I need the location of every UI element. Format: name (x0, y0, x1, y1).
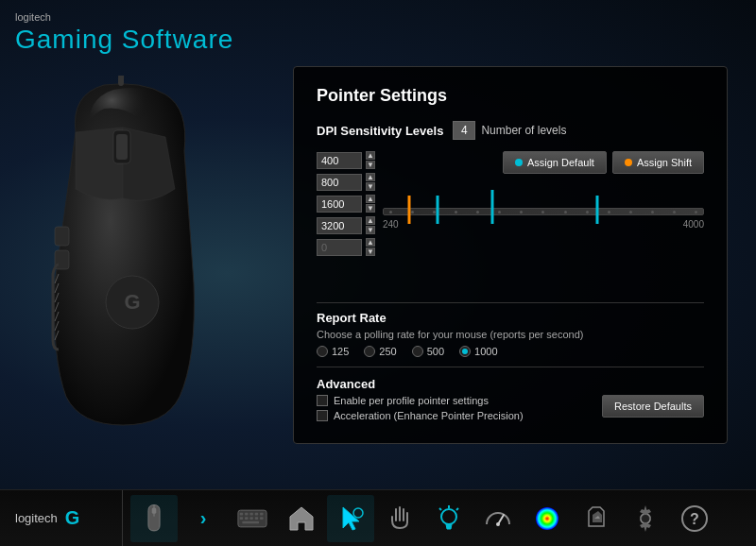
taskbar-logo: logitech G (0, 490, 123, 546)
radio-125[interactable]: 125 (317, 346, 349, 357)
brand-label: logitech (15, 11, 741, 23)
assign-shift-dot (625, 159, 632, 166)
svg-line-23 (439, 508, 441, 510)
dpi-down-1[interactable]: ▼ (366, 161, 375, 169)
assign-default-dot (515, 159, 523, 166)
checkbox-profile-box[interactable] (317, 395, 328, 406)
assign-shift-label: Assign Shift (637, 157, 692, 168)
svg-line-24 (456, 508, 458, 510)
dpi-row-4: 3200 ▲ ▼ (317, 216, 375, 234)
radio-outer-125[interactable] (317, 346, 328, 357)
svg-text:G: G (124, 290, 140, 314)
divider-1 (317, 302, 704, 303)
dpi-stepper-4[interactable]: ▲ ▼ (366, 216, 375, 234)
taskbar-speedometer-icon[interactable] (474, 495, 522, 542)
radio-outer-250[interactable] (364, 346, 375, 357)
dpi-levels-suffix: Number of levels (481, 124, 566, 137)
radio-250[interactable]: 250 (364, 346, 396, 357)
radio-label-125: 125 (332, 346, 349, 357)
slider-min-label: 240 (383, 219, 399, 230)
taskbar-spectrum-icon[interactable] (524, 495, 571, 542)
svg-rect-16 (249, 517, 253, 520)
taskbar-profile-icon[interactable] (573, 495, 620, 542)
dpi-marker-1600[interactable] (490, 190, 493, 224)
dpi-marker-800[interactable] (437, 196, 439, 224)
dpi-stepper-3[interactable]: ▲ ▼ (366, 195, 375, 213)
svg-rect-14 (240, 517, 244, 520)
header: logitech Gaming Software (0, 0, 756, 66)
taskbar: logitech G › (0, 489, 756, 546)
svg-rect-7 (152, 507, 157, 513)
report-rate-title: Report Rate (317, 311, 704, 325)
dpi-marker-400[interactable] (408, 196, 411, 224)
dpi-up-5[interactable]: ▲ (366, 238, 375, 247)
dpi-row-1: 400 ▲ ▼ (317, 151, 375, 169)
svg-rect-11 (249, 512, 253, 515)
taskbar-hand-icon[interactable] (376, 495, 423, 542)
radio-1000[interactable]: 1000 (459, 346, 497, 357)
dpi-up-1[interactable]: ▲ (366, 151, 375, 160)
panel-title: Pointer Settings (317, 86, 704, 106)
svg-rect-1 (116, 134, 128, 160)
svg-rect-17 (255, 517, 259, 520)
polling-rate-group: 125 250 500 1000 (317, 346, 704, 357)
checkbox-acceleration[interactable]: Acceleration (Enhance Pointer Precision) (317, 410, 524, 421)
dpi-slider-wrapper: 240 4000 (383, 179, 704, 293)
radio-outer-1000[interactable] (459, 346, 471, 357)
assign-default-label: Assign Default (527, 157, 594, 168)
dpi-value-0[interactable]: 0 (317, 239, 362, 256)
dpi-down-5[interactable]: ▼ (366, 247, 375, 256)
checkbox-profile[interactable]: Enable per profile pointer settings (317, 395, 524, 406)
dpi-value-1600[interactable]: 1600 (317, 196, 362, 213)
dpi-row-2: 800 ▲ ▼ (317, 173, 375, 191)
advanced-section: Advanced Enable per profile pointer sett… (317, 377, 704, 421)
dpi-row-3: 1600 ▲ ▼ (317, 195, 375, 213)
advanced-row: Enable per profile pointer settings Acce… (317, 395, 704, 421)
dpi-stepper-2[interactable]: ▲ ▼ (366, 173, 375, 191)
dpi-up-4[interactable]: ▲ (366, 216, 375, 225)
app-title: Gaming Software (15, 25, 741, 55)
restore-defaults-button[interactable]: Restore Defaults (602, 395, 704, 418)
dpi-stepper-1[interactable]: ▲ ▼ (366, 151, 375, 169)
taskbar-settings-icon[interactable] (622, 495, 669, 542)
taskbar-lighting-icon[interactable] (425, 495, 472, 542)
svg-rect-18 (260, 517, 264, 520)
dpi-level-count[interactable]: 4 (453, 121, 475, 140)
dpi-value-3200[interactable]: 3200 (317, 217, 362, 234)
dpi-stepper-5[interactable]: ▲ ▼ (366, 238, 375, 256)
mouse-illustration: G (19, 76, 246, 453)
dpi-value-800[interactable]: 800 (317, 174, 362, 191)
advanced-checkboxes: Enable per profile pointer settings Acce… (317, 395, 524, 421)
taskbar-mouse-icon[interactable] (130, 495, 178, 542)
radio-outer-500[interactable] (412, 346, 423, 357)
dpi-row-5: 0 ▲ ▼ (317, 238, 375, 256)
dpi-value-400[interactable]: 400 (317, 152, 362, 169)
dpi-up-2[interactable]: ▲ (366, 173, 375, 181)
dpi-up-3[interactable]: ▲ (366, 195, 375, 203)
checkbox-acceleration-box[interactable] (317, 410, 328, 421)
dpi-down-3[interactable]: ▼ (366, 204, 375, 213)
svg-rect-13 (260, 512, 264, 515)
taskbar-icon-group: › (123, 495, 756, 542)
divider-2 (317, 367, 704, 367)
taskbar-brand-text: logitech (15, 511, 58, 525)
checkbox-profile-label: Enable per profile pointer settings (334, 395, 489, 406)
taskbar-help-icon[interactable]: ? (671, 495, 718, 542)
taskbar-keyboard-icon[interactable] (229, 495, 276, 542)
radio-label-250: 250 (379, 346, 396, 357)
report-rate-desc: Choose a polling rate for your mouse (re… (317, 329, 704, 340)
dpi-down-4[interactable]: ▼ (366, 226, 375, 234)
logitech-g-icon: G (65, 507, 80, 529)
assign-default-button[interactable]: Assign Default (503, 151, 607, 174)
slider-max-label: 4000 (683, 219, 704, 230)
radio-500[interactable]: 500 (412, 346, 444, 357)
taskbar-pointer-icon[interactable] (327, 495, 374, 542)
svg-rect-12 (255, 512, 259, 515)
dpi-down-2[interactable]: ▼ (366, 182, 375, 191)
dpi-slider-track[interactable] (383, 208, 704, 215)
taskbar-chevron-icon[interactable]: › (180, 495, 227, 542)
dpi-marker-3200[interactable] (596, 196, 599, 224)
taskbar-home-icon[interactable] (278, 495, 325, 542)
assign-shift-button[interactable]: Assign Shift (612, 151, 704, 174)
chevron-right-icon: › (200, 507, 207, 529)
